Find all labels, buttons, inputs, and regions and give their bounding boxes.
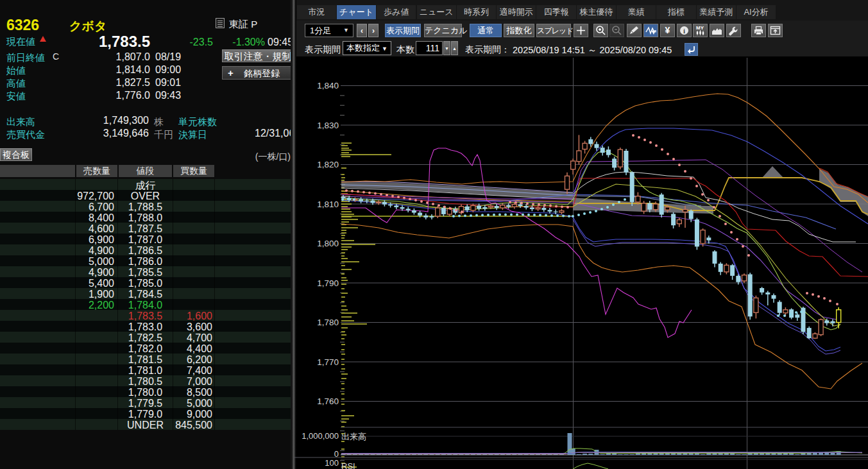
svg-text:1,800: 1,800 — [317, 239, 339, 248]
svg-text:1,770: 1,770 — [317, 357, 339, 367]
svg-text:1,830: 1,830 — [317, 121, 339, 130]
svg-text:1,840: 1,840 — [317, 81, 339, 90]
svg-text:1,820: 1,820 — [317, 160, 339, 169]
svg-text:1,000,000: 1,000,000 — [302, 431, 339, 441]
svg-text:RSI: RSI — [341, 461, 355, 469]
svg-text:1,790: 1,790 — [317, 278, 339, 288]
svg-text:100: 100 — [325, 458, 339, 468]
svg-text:1,760: 1,760 — [317, 397, 339, 406]
svg-text:出来高: 出来高 — [341, 432, 366, 441]
svg-text:i: i — [683, 27, 685, 35]
svg-text:¥: ¥ — [665, 25, 670, 35]
svg-text:MY: MY — [696, 25, 704, 31]
svg-text:1,810: 1,810 — [317, 200, 339, 209]
svg-text:1,780: 1,780 — [317, 318, 339, 327]
